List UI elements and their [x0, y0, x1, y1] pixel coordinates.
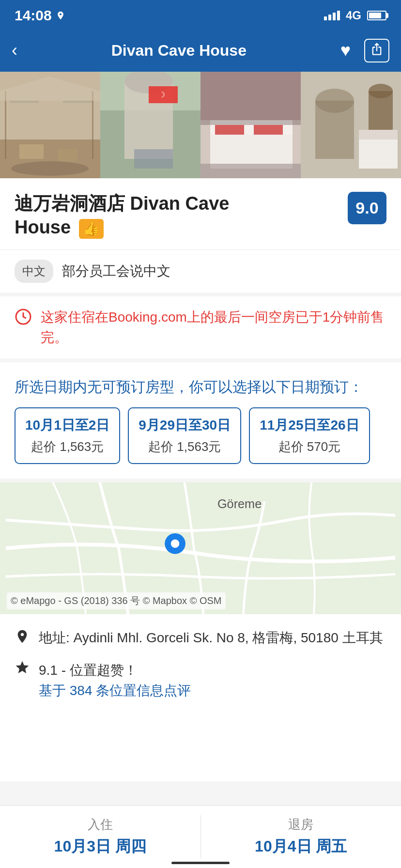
svg-rect-7	[63, 101, 92, 103]
nav-actions: ♥	[340, 39, 389, 62]
rating-score: 9.1 - 位置超赞！	[39, 663, 138, 678]
rating-link[interactable]: 基于 384 条位置信息点评	[39, 682, 191, 700]
checkout-label: 退房	[288, 816, 313, 833]
svg-rect-17	[134, 149, 173, 169]
battery-indicator	[367, 11, 386, 20]
svg-point-0	[60, 13, 62, 15]
svg-rect-9	[19, 144, 44, 159]
status-icons: 4G	[324, 9, 386, 22]
photo-gallery[interactable]: ☽	[0, 72, 401, 178]
availability-section: 所选日期内无可预订房型，你可以选择以下日期预订： 10月1日至2日 起价 1,5…	[0, 358, 401, 479]
alert-message: 这家住宿在Booking.com上的最后一间空房已于1分钟前售完。	[41, 307, 386, 348]
date-option-1[interactable]: 9月29日至30日 起价 1,563元	[128, 407, 241, 464]
photo-flag: ☽	[100, 72, 200, 178]
date-range-2: 11月25日至26日	[260, 416, 359, 434]
photo-cave-entrance[interactable]: ☽	[100, 72, 200, 178]
date-price-0: 起价 1,563元	[25, 438, 109, 455]
score-badge: 9.0	[348, 192, 386, 224]
hotel-name-english: House 👍	[15, 216, 338, 239]
checkout-date: 10月4日 周五	[255, 836, 347, 857]
date-range-1: 9月29日至30日	[139, 416, 231, 434]
share-icon	[370, 42, 384, 56]
status-time: 14:08	[15, 7, 65, 24]
date-option-2[interactable]: 11月25日至26日 起价 570元	[249, 407, 370, 464]
svg-rect-4	[92, 91, 93, 159]
photo-1[interactable]	[0, 72, 100, 178]
date-options-list[interactable]: 10月1日至2日 起价 1,563元 9月29日至30日 起价 1,563元 1…	[15, 407, 386, 469]
location-icon	[56, 11, 65, 20]
hotel-title-section: 迪万岩洞酒店 Divan Cave House 👍 9.0	[0, 178, 401, 249]
date-option-0[interactable]: 10月1日至2日 起价 1,563元	[15, 407, 120, 464]
svg-point-38	[171, 539, 179, 547]
date-price-2: 起价 570元	[260, 438, 359, 455]
svg-rect-31	[359, 130, 398, 140]
svg-rect-25	[200, 164, 301, 178]
photo-arch	[301, 72, 401, 178]
checkin-date: 10月3日 周四	[54, 836, 146, 857]
location-section: 地址: Aydinli Mhl. Gorceli Sk. No 8, 格雷梅, …	[0, 614, 401, 713]
address-text: 地址: Aydinli Mhl. Gorceli Sk. No 8, 格雷梅, …	[39, 628, 383, 648]
bottom-bar: 入住 10月3日 周四 退房 10月4日 周五	[0, 805, 401, 868]
photo-bedroom[interactable]	[200, 72, 301, 178]
date-price-1: 起价 1,563元	[139, 438, 231, 455]
photo-arched-room[interactable]	[301, 72, 401, 178]
svg-rect-24	[200, 72, 301, 125]
nav-bar: ‹ Divan Cave House ♥	[0, 29, 401, 72]
hotel-name-chinese: 迪万岩洞酒店 Divan Cave	[15, 192, 338, 216]
rating-row: 9.1 - 位置超赞！ 基于 384 条位置信息点评	[15, 660, 386, 700]
share-button[interactable]	[364, 39, 389, 62]
alert-section: 这家住宿在Booking.com上的最后一间空房已于1分钟前售完。	[0, 293, 401, 358]
staff-language-section: 中文 部分员工会说中文	[0, 249, 401, 293]
nav-title: Divan Cave House	[111, 42, 247, 60]
star-icon	[15, 660, 30, 679]
map-copyright: © eMapgo - GS (2018) 336 号 © Mapbox © OS…	[7, 592, 226, 609]
svg-point-33	[369, 84, 393, 98]
svg-rect-22	[215, 125, 244, 135]
staff-description: 部分员工会说中文	[62, 262, 170, 280]
favorite-button[interactable]: ♥	[340, 40, 351, 61]
svg-text:☽: ☽	[158, 91, 165, 99]
checkin-label: 入住	[88, 816, 113, 833]
rating-info: 9.1 - 位置超赞！ 基于 384 条位置信息点评	[39, 660, 191, 700]
date-range-0: 10月1日至2日	[25, 416, 109, 434]
checkin-section[interactable]: 入住 10月3日 周四	[0, 806, 200, 868]
network-label: 4G	[346, 9, 361, 22]
availability-title: 所选日期内无可预订房型，你可以选择以下日期预订：	[15, 376, 386, 398]
svg-rect-6	[10, 101, 39, 103]
alarm-icon	[15, 308, 32, 330]
back-button[interactable]: ‹	[12, 40, 17, 61]
svg-rect-3	[5, 91, 6, 159]
map-section[interactable]: Göreme © eMapgo - GS (2018) 336 号 © Mapb…	[0, 479, 401, 614]
address-row: 地址: Aydinli Mhl. Gorceli Sk. No 8, 格雷梅, …	[15, 628, 386, 648]
svg-point-29	[315, 89, 354, 113]
main-content: 迪万岩洞酒店 Divan Cave House 👍 9.0 中文 部分员工会说中…	[0, 178, 401, 781]
checkout-section[interactable]: 退房 10月4日 周五	[201, 806, 401, 868]
signal-bars	[324, 11, 340, 20]
status-bar: 14:08 4G	[0, 0, 401, 29]
bottom-spacer	[0, 713, 401, 781]
language-badge: 中文	[15, 260, 53, 283]
photo-room	[200, 72, 301, 178]
svg-rect-23	[254, 125, 283, 135]
pin-icon	[15, 629, 30, 648]
home-indicator	[171, 862, 230, 864]
photo-terrace	[0, 72, 100, 178]
svg-text:Göreme: Göreme	[217, 497, 262, 511]
svg-point-8	[11, 161, 89, 176]
hotel-name-block: 迪万岩洞酒店 Divan Cave House 👍	[15, 192, 338, 240]
svg-rect-10	[58, 149, 77, 161]
recommended-badge: 👍	[79, 219, 104, 238]
